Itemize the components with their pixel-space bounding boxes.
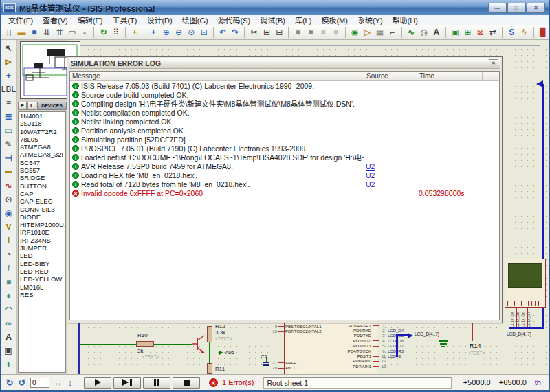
device-list-item[interactable]: BRIDGE: [19, 174, 65, 182]
device-list-item[interactable]: RES: [19, 291, 65, 298]
pause-button[interactable]: [143, 377, 170, 389]
print-icon[interactable]: ▭: [66, 26, 78, 39]
redraw-icon[interactable]: ↻: [97, 26, 109, 39]
log-row[interactable]: i Loading HEX file 'M8_en_0218.hex'. U2: [70, 171, 499, 179]
r10-ref[interactable]: R10: [138, 332, 148, 338]
log-row[interactable]: i Simulating partition [52DCF7ED]: [70, 135, 499, 144]
device-list-item[interactable]: HITEMP1000U16: [19, 221, 65, 228]
decompose-icon[interactable]: ⌐: [386, 26, 399, 39]
copy-icon[interactable]: ⊞: [261, 26, 273, 39]
menu-item[interactable]: 工具(T): [107, 14, 142, 25]
paste-icon[interactable]: ⊟: [273, 26, 285, 39]
r12-ref[interactable]: R12: [215, 323, 226, 329]
tape-recorder-icon[interactable]: ⊙: [2, 193, 16, 206]
circle-2d-icon[interactable]: ●: [2, 289, 16, 303]
device-list-item[interactable]: 1N4001: [19, 112, 65, 120]
export-section-icon[interactable]: ⇈: [53, 26, 65, 39]
device-list-item[interactable]: BC557: [19, 166, 65, 174]
device-list-item[interactable]: CAP: [19, 190, 65, 197]
column-message[interactable]: Message: [70, 72, 364, 80]
new-sheet-icon[interactable]: ⊞: [461, 26, 474, 39]
device-list-item[interactable]: JUMPER: [19, 244, 65, 252]
net-terminal-icon[interactable]: [219, 351, 223, 355]
make-device-icon[interactable]: ▷: [361, 26, 373, 39]
menu-item[interactable]: 源代码(S): [213, 14, 256, 25]
menu-item[interactable]: 库(L): [290, 14, 316, 25]
instant-edit-icon[interactable]: ✎: [2, 138, 16, 151]
cut-icon[interactable]: ✂: [248, 26, 260, 39]
log-row[interactable]: i Compiling design 'H:\电子硬件类\新建文件夹\M8晶体管…: [70, 99, 499, 108]
block-copy-icon[interactable]: ■: [292, 26, 304, 39]
marker-2d-icon[interactable]: +: [2, 358, 16, 371]
ic-pin[interactable]: 21 AREF: [270, 360, 296, 365]
device-list-item[interactable]: ATMEGA8_32PIN: [19, 151, 65, 158]
net-label[interactable]: AD5: [226, 350, 234, 355]
stop-button[interactable]: [173, 377, 200, 389]
path-2d-icon[interactable]: ∞: [2, 316, 16, 330]
ic-pin[interactable]: 9 PB6/TOSC1/XTAL1: [270, 324, 321, 329]
ic-pin[interactable]: 20 AVCC: [270, 365, 296, 370]
subcircuit-icon[interactable]: ▭: [2, 124, 16, 138]
erc-icon[interactable]: ϟ: [518, 26, 531, 39]
log-row[interactable]: ✕ Invalid opcode 0xFFFF at PC=0x2060 0.0…: [70, 188, 499, 197]
redo-icon[interactable]: ↷: [229, 26, 241, 39]
block-move-icon[interactable]: ■: [305, 26, 317, 39]
log-row[interactable]: i Partition analysis completed OK.: [70, 126, 499, 135]
device-list-item[interactable]: BUTTON: [19, 182, 65, 190]
menu-item[interactable]: 模板(M): [316, 14, 353, 25]
resistor-r12[interactable]: [207, 326, 212, 342]
undo-icon[interactable]: ↶: [217, 26, 229, 39]
component-mode-icon[interactable]: ⊳: [2, 55, 16, 69]
design-explorer-icon[interactable]: ▣: [449, 26, 461, 39]
log-row[interactable]: i Loaded netlist 'C:\DOCUME~1\Rong\LOCAL…: [70, 153, 499, 162]
close-button[interactable]: ✕: [527, 3, 545, 13]
rotation-angle-input[interactable]: [30, 378, 50, 388]
box-2d-icon[interactable]: ■: [2, 275, 16, 289]
device-list-item[interactable]: LED-BIBY: [19, 260, 65, 268]
selection-arrow-icon[interactable]: ↖: [2, 41, 16, 55]
device-list-item[interactable]: LED-YELLOW: [19, 275, 65, 283]
r10-value[interactable]: 3k: [138, 348, 143, 354]
dialog-caption[interactable]: SIMULATION ERROR LOG ✕: [69, 58, 500, 69]
block-delete-icon[interactable]: ■: [329, 26, 342, 39]
component-list[interactable]: 1N40012SJ11810WATT2R278L05ATMEGA8ATMEGA8…: [18, 111, 66, 373]
resistor-r11[interactable]: [207, 363, 212, 374]
graph-mode-icon[interactable]: ∿: [2, 179, 16, 193]
menu-item[interactable]: 文件(F): [3, 14, 38, 25]
property-assignment-icon[interactable]: A: [430, 26, 443, 39]
zoom-all-icon[interactable]: ⊙: [185, 26, 197, 39]
device-list-item[interactable]: IRF1010E: [19, 228, 65, 236]
error-count[interactable]: 1 Error(s): [222, 378, 254, 386]
log-row[interactable]: i Netlist linking completed OK.: [70, 117, 499, 126]
menu-item[interactable]: 查看(V): [38, 14, 73, 25]
ic-pin[interactable]: PD4/T0/XCK 6 LCD_RS: [285, 349, 423, 353]
mark-output-area-icon[interactable]: ▫: [78, 26, 91, 39]
bom-icon[interactable]: S: [505, 26, 518, 39]
capacitor-c1[interactable]: [263, 362, 270, 363]
save-file-icon[interactable]: ■: [28, 26, 41, 39]
device-list-item[interactable]: 10WATT2R2: [19, 128, 65, 135]
bus-ic-vertical[interactable]: [396, 334, 398, 357]
r14-ref[interactable]: R14: [470, 342, 481, 349]
log-row[interactable]: i ISIS Release 7.05.03 (Build 7401) (C) …: [70, 81, 499, 90]
pick-parts-button[interactable]: P: [18, 102, 27, 110]
menu-item[interactable]: 系统(Y): [353, 14, 388, 25]
new-file-icon[interactable]: ▯: [3, 26, 15, 39]
rotate-cw-button[interactable]: ↻: [3, 378, 16, 388]
pan-icon[interactable]: +: [147, 26, 160, 39]
device-list-item[interactable]: LED-RED: [19, 268, 65, 275]
netlist-ares-icon[interactable]: ▉: [537, 26, 549, 39]
device-list-item[interactable]: 78L05: [19, 135, 65, 143]
lcd-component[interactable]: [505, 259, 546, 308]
menu-item[interactable]: 编辑(E): [73, 14, 108, 25]
generator-mode-icon[interactable]: ◉: [2, 206, 16, 220]
terminal-mode-icon[interactable]: ⊣: [2, 151, 16, 165]
transistor-q[interactable]: [190, 335, 207, 354]
voltage-probe-icon[interactable]: V: [2, 220, 16, 234]
bus-horizontal[interactable]: [509, 327, 544, 329]
dialog-close-button[interactable]: ✕: [489, 59, 498, 67]
goto-sheet-icon[interactable]: ⇄: [487, 26, 499, 39]
device-list-item[interactable]: CAP-ELEC: [19, 197, 65, 205]
device-list-item[interactable]: IRFZ34NS: [19, 237, 65, 244]
log-source-link[interactable]: U2: [364, 171, 417, 179]
